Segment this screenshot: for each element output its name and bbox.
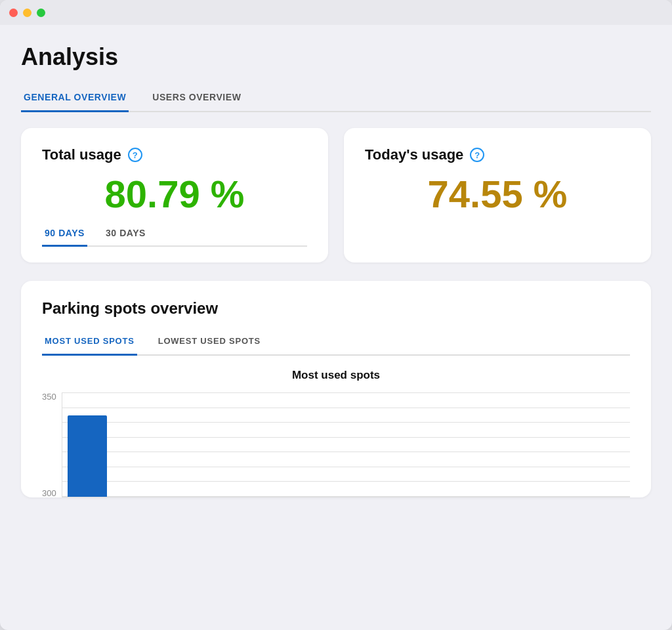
todays-usage-header: Today's usage ? [365, 146, 630, 163]
todays-usage-help-icon[interactable]: ? [470, 148, 484, 162]
page-title: Analysis [21, 43, 651, 71]
tab-most-used-spots[interactable]: MOST USED SPOTS [42, 331, 137, 356]
parking-spots-title: Parking spots overview [42, 299, 630, 318]
tab-lowest-used-spots[interactable]: LOWEST USED SPOTS [156, 331, 263, 356]
minimize-button[interactable] [23, 9, 32, 17]
tab-general-overview[interactable]: GENERAL OVERVIEW [21, 87, 129, 112]
tab-users-overview[interactable]: USERS OVERVIEW [150, 87, 243, 112]
parking-spots-tabs: MOST USED SPOTS LOWEST USED SPOTS [42, 331, 630, 356]
total-usage-value: 80.79 % [42, 175, 307, 213]
total-usage-subtabs: 90 DAYS 30 DAYS [42, 224, 307, 247]
total-usage-card: Total usage ? 80.79 % 90 DAYS 30 DAYS [21, 128, 328, 262]
cards-row: Total usage ? 80.79 % 90 DAYS 30 DAYS To… [21, 128, 651, 262]
chart-bars [62, 392, 630, 497]
parking-spots-section: Parking spots overview MOST USED SPOTS L… [21, 281, 651, 497]
todays-usage-value: 74.55 % [365, 175, 630, 213]
subtab-30-days[interactable]: 30 DAYS [103, 224, 148, 247]
chart-area: Most used spots 350 300 [42, 356, 630, 497]
chart-plot [62, 392, 630, 497]
total-usage-header: Total usage ? [42, 146, 307, 163]
chart-bar-1 [68, 415, 107, 497]
y-label-300: 300 [42, 489, 56, 497]
maximize-button[interactable] [37, 9, 45, 17]
title-bar [0, 0, 672, 25]
total-usage-title: Total usage [42, 146, 121, 163]
app-window: Analysis GENERAL OVERVIEW USERS OVERVIEW… [0, 0, 672, 630]
subtab-90-days[interactable]: 90 DAYS [42, 224, 87, 247]
main-tabs: GENERAL OVERVIEW USERS OVERVIEW [21, 87, 651, 112]
chart-y-axis: 350 300 [42, 392, 56, 497]
chart-title: Most used spots [42, 369, 630, 382]
chart-container: 350 300 [42, 392, 630, 497]
close-button[interactable] [9, 9, 18, 17]
y-label-350: 350 [42, 392, 56, 401]
main-content: Analysis GENERAL OVERVIEW USERS OVERVIEW… [0, 25, 672, 518]
todays-usage-title: Today's usage [365, 146, 463, 163]
total-usage-help-icon[interactable]: ? [128, 148, 142, 162]
todays-usage-card: Today's usage ? 74.55 % [344, 128, 651, 262]
